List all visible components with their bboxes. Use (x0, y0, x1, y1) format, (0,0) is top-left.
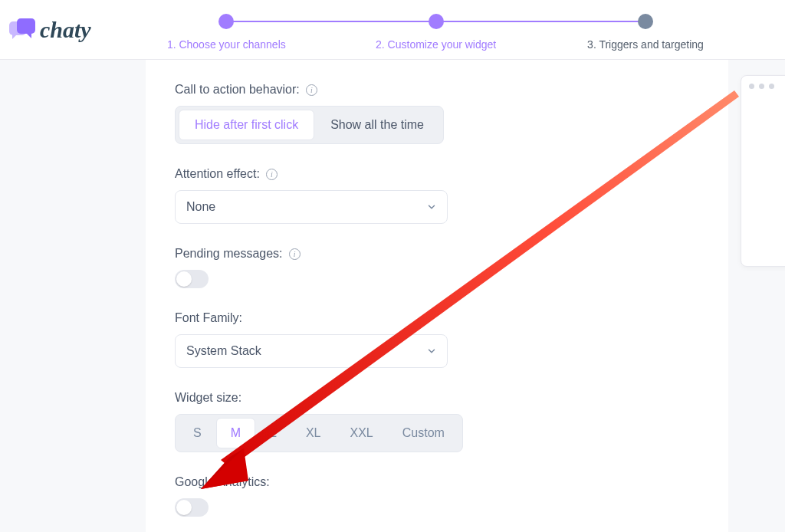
pending-messages-toggle[interactable] (175, 270, 209, 288)
font-family-select[interactable]: System Stack (175, 334, 448, 368)
left-gutter (0, 60, 146, 532)
attention-effect-select[interactable]: None (175, 190, 448, 224)
toggle-knob (176, 271, 192, 287)
window-controls-icon (741, 76, 785, 89)
preview-area (728, 60, 785, 532)
field-label: Google Analytics: (175, 475, 270, 489)
brand-logo[interactable]: chaty (9, 17, 91, 43)
field-label: Font Family: (175, 311, 242, 325)
step-customize-widget[interactable]: 2. Customize your widget (331, 14, 540, 51)
cta-behavior-segment: Hide after first click Show all the time (175, 106, 444, 144)
settings-panel: Call to action behavior: i Hide after fi… (146, 60, 728, 532)
logo-icon (9, 18, 35, 41)
size-option-xxl[interactable]: XXL (335, 418, 387, 448)
size-option-l[interactable]: L (255, 418, 291, 448)
toggle-knob (176, 500, 192, 515)
size-option-m[interactable]: M (216, 418, 255, 448)
cta-option-hide[interactable]: Hide after first click (179, 110, 314, 140)
widget-size-segment: S M L XL XXL Custom (175, 414, 463, 452)
size-option-s[interactable]: S (179, 418, 216, 448)
field-label: Widget size: (175, 391, 241, 405)
step-label: 1. Choose your channels (167, 38, 286, 51)
field-widget-size: Widget size: S M L XL XXL Custom (175, 391, 704, 452)
field-attention-effect: Attention effect: i None (175, 167, 704, 224)
field-cta-behavior: Call to action behavior: i Hide after fi… (175, 83, 704, 144)
brand-name: chaty (40, 17, 91, 43)
info-icon[interactable]: i (306, 84, 317, 96)
select-value: None (175, 190, 448, 224)
chevron-down-icon (426, 202, 437, 212)
field-font-family: Font Family: System Stack (175, 311, 704, 368)
field-label: Call to action behavior: (175, 83, 300, 97)
preview-panel (741, 75, 785, 267)
chevron-down-icon (426, 346, 437, 356)
google-analytics-toggle[interactable] (175, 498, 209, 517)
field-label: Attention effect: (175, 167, 260, 181)
field-label: Pending messages: (175, 247, 283, 261)
body-area: Call to action behavior: i Hide after fi… (0, 60, 785, 532)
step-dot-icon (638, 14, 653, 29)
size-option-custom[interactable]: Custom (388, 418, 459, 448)
field-pending-messages: Pending messages: i (175, 247, 704, 288)
field-google-analytics: Google Analytics: (175, 475, 704, 517)
info-icon[interactable]: i (289, 248, 301, 260)
step-dot-icon (429, 14, 444, 29)
step-label: 3. Triggers and targeting (587, 38, 704, 51)
select-value: System Stack (175, 334, 448, 368)
app-header: chaty 1. Choose your channels 2. Customi… (0, 0, 785, 60)
step-label: 2. Customize your widget (376, 38, 496, 51)
progress-stepper: 1. Choose your channels 2. Customize you… (122, 9, 751, 51)
info-icon[interactable]: i (266, 169, 278, 180)
cta-option-show[interactable]: Show all the time (314, 110, 440, 140)
size-option-xl[interactable]: XL (291, 418, 336, 448)
step-dot-icon (218, 14, 234, 29)
step-triggers-targeting[interactable]: 3. Triggers and targeting (540, 14, 750, 51)
step-choose-channels[interactable]: 1. Choose your channels (122, 14, 331, 51)
